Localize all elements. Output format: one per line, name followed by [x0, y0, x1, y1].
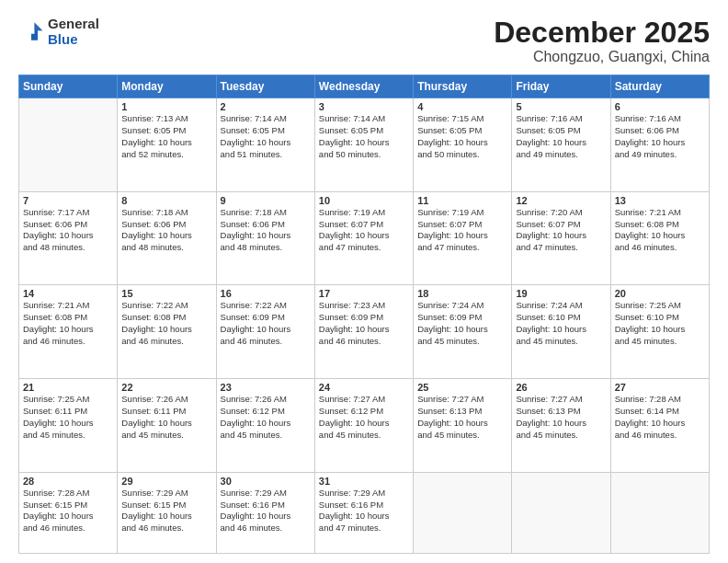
- day-number: 9: [221, 195, 311, 206]
- calendar-week-row: 28Sunrise: 7:28 AM Sunset: 6:15 PM Dayli…: [19, 472, 710, 553]
- calendar-cell: 12Sunrise: 7:20 AM Sunset: 6:07 PM Dayli…: [512, 191, 610, 285]
- calendar-cell: 2Sunrise: 7:14 AM Sunset: 6:05 PM Daylig…: [216, 98, 314, 192]
- cell-info: Sunrise: 7:27 AM Sunset: 6:13 PM Dayligh…: [417, 394, 507, 441]
- calendar-cell: 6Sunrise: 7:16 AM Sunset: 6:06 PM Daylig…: [610, 98, 709, 192]
- cell-info: Sunrise: 7:21 AM Sunset: 6:08 PM Dayligh…: [23, 300, 113, 347]
- day-number: 16: [221, 288, 311, 299]
- cell-info: Sunrise: 7:14 AM Sunset: 6:05 PM Dayligh…: [319, 113, 409, 160]
- calendar-cell: 7Sunrise: 7:17 AM Sunset: 6:06 PM Daylig…: [19, 191, 118, 285]
- header: General Blue December 2025 Chongzuo, Gua…: [18, 17, 710, 65]
- calendar-cell: 11Sunrise: 7:19 AM Sunset: 6:07 PM Dayli…: [414, 191, 512, 285]
- calendar-cell: 31Sunrise: 7:29 AM Sunset: 6:16 PM Dayli…: [314, 472, 413, 553]
- cell-info: Sunrise: 7:19 AM Sunset: 6:07 PM Dayligh…: [319, 207, 409, 254]
- day-number: 10: [319, 195, 409, 206]
- calendar-cell: 24Sunrise: 7:27 AM Sunset: 6:12 PM Dayli…: [314, 379, 413, 473]
- calendar-cell: 18Sunrise: 7:24 AM Sunset: 6:09 PM Dayli…: [414, 285, 512, 379]
- cell-info: Sunrise: 7:17 AM Sunset: 6:06 PM Dayligh…: [23, 207, 113, 254]
- weekday-header: Wednesday: [314, 75, 413, 98]
- location: Chongzuo, Guangxi, China: [494, 49, 710, 65]
- day-number: 6: [615, 101, 705, 112]
- cell-info: Sunrise: 7:20 AM Sunset: 6:07 PM Dayligh…: [516, 207, 606, 254]
- day-number: 24: [319, 382, 409, 393]
- calendar-cell: 29Sunrise: 7:29 AM Sunset: 6:15 PM Dayli…: [118, 472, 216, 553]
- calendar-cell: 5Sunrise: 7:16 AM Sunset: 6:05 PM Daylig…: [512, 98, 610, 192]
- cell-info: Sunrise: 7:25 AM Sunset: 6:10 PM Dayligh…: [615, 300, 705, 347]
- calendar-week-row: 1Sunrise: 7:13 AM Sunset: 6:05 PM Daylig…: [19, 98, 710, 192]
- day-number: 25: [417, 382, 507, 393]
- calendar-cell: 9Sunrise: 7:18 AM Sunset: 6:06 PM Daylig…: [216, 191, 314, 285]
- weekday-header: Saturday: [610, 75, 709, 98]
- cell-info: Sunrise: 7:26 AM Sunset: 6:11 PM Dayligh…: [121, 394, 211, 441]
- calendar-cell: [610, 472, 709, 553]
- calendar-cell: 21Sunrise: 7:25 AM Sunset: 6:11 PM Dayli…: [19, 379, 118, 473]
- day-number: 19: [516, 288, 606, 299]
- weekday-header: Friday: [512, 75, 610, 98]
- calendar-cell: 16Sunrise: 7:22 AM Sunset: 6:09 PM Dayli…: [216, 285, 314, 379]
- cell-info: Sunrise: 7:27 AM Sunset: 6:12 PM Dayligh…: [319, 394, 409, 441]
- weekday-header: Sunday: [19, 75, 118, 98]
- title-block: December 2025 Chongzuo, Guangxi, China: [494, 17, 710, 65]
- calendar-cell: 3Sunrise: 7:14 AM Sunset: 6:05 PM Daylig…: [314, 98, 413, 192]
- day-number: 11: [417, 195, 507, 206]
- day-number: 23: [221, 382, 311, 393]
- cell-info: Sunrise: 7:22 AM Sunset: 6:09 PM Dayligh…: [221, 300, 311, 347]
- weekday-header: Tuesday: [216, 75, 314, 98]
- day-number: 3: [319, 101, 409, 112]
- day-number: 8: [121, 195, 211, 206]
- calendar-table: SundayMondayTuesdayWednesdayThursdayFrid…: [18, 75, 710, 554]
- cell-info: Sunrise: 7:29 AM Sunset: 6:16 PM Dayligh…: [221, 488, 311, 534]
- calendar-week-row: 7Sunrise: 7:17 AM Sunset: 6:06 PM Daylig…: [19, 191, 710, 285]
- day-number: 14: [23, 288, 113, 299]
- cell-info: Sunrise: 7:16 AM Sunset: 6:06 PM Dayligh…: [615, 113, 705, 160]
- day-number: 27: [615, 382, 705, 393]
- cell-info: Sunrise: 7:18 AM Sunset: 6:06 PM Dayligh…: [221, 207, 311, 254]
- cell-info: Sunrise: 7:28 AM Sunset: 6:14 PM Dayligh…: [615, 394, 705, 441]
- cell-info: Sunrise: 7:16 AM Sunset: 6:05 PM Dayligh…: [516, 113, 606, 160]
- calendar-cell: [414, 472, 512, 553]
- calendar-cell: 22Sunrise: 7:26 AM Sunset: 6:11 PM Dayli…: [118, 379, 216, 473]
- day-number: 17: [319, 288, 409, 299]
- logo-text: General Blue: [48, 17, 99, 47]
- day-number: 18: [417, 288, 507, 299]
- month-title: December 2025: [494, 17, 710, 49]
- calendar-cell: 17Sunrise: 7:23 AM Sunset: 6:09 PM Dayli…: [314, 285, 413, 379]
- day-number: 20: [615, 288, 705, 299]
- calendar-week-row: 14Sunrise: 7:21 AM Sunset: 6:08 PM Dayli…: [19, 285, 710, 379]
- cell-info: Sunrise: 7:22 AM Sunset: 6:08 PM Dayligh…: [121, 300, 211, 347]
- day-number: 12: [516, 195, 606, 206]
- day-number: 30: [221, 476, 311, 487]
- day-number: 7: [23, 195, 113, 206]
- calendar-cell: 27Sunrise: 7:28 AM Sunset: 6:14 PM Dayli…: [610, 379, 709, 473]
- day-number: 15: [121, 288, 211, 299]
- day-number: 21: [23, 382, 113, 393]
- cell-info: Sunrise: 7:19 AM Sunset: 6:07 PM Dayligh…: [417, 207, 507, 254]
- day-number: 26: [516, 382, 606, 393]
- logo-blue: Blue: [48, 32, 99, 48]
- day-number: 22: [121, 382, 211, 393]
- cell-info: Sunrise: 7:24 AM Sunset: 6:10 PM Dayligh…: [516, 300, 606, 347]
- calendar-cell: 13Sunrise: 7:21 AM Sunset: 6:08 PM Dayli…: [610, 191, 709, 285]
- svg-marker-1: [35, 22, 43, 30]
- cell-info: Sunrise: 7:24 AM Sunset: 6:09 PM Dayligh…: [417, 300, 507, 347]
- day-number: 4: [417, 101, 507, 112]
- logo-general: General: [48, 17, 99, 32]
- cell-info: Sunrise: 7:21 AM Sunset: 6:08 PM Dayligh…: [615, 207, 705, 254]
- calendar-cell: 20Sunrise: 7:25 AM Sunset: 6:10 PM Dayli…: [610, 285, 709, 379]
- calendar-cell: 23Sunrise: 7:26 AM Sunset: 6:12 PM Dayli…: [216, 379, 314, 473]
- calendar-cell: 8Sunrise: 7:18 AM Sunset: 6:06 PM Daylig…: [118, 191, 216, 285]
- calendar-cell: 28Sunrise: 7:28 AM Sunset: 6:15 PM Dayli…: [19, 472, 118, 553]
- cell-info: Sunrise: 7:25 AM Sunset: 6:11 PM Dayligh…: [23, 394, 113, 441]
- calendar-cell: 14Sunrise: 7:21 AM Sunset: 6:08 PM Dayli…: [19, 285, 118, 379]
- calendar-cell: 15Sunrise: 7:22 AM Sunset: 6:08 PM Dayli…: [118, 285, 216, 379]
- cell-info: Sunrise: 7:26 AM Sunset: 6:12 PM Dayligh…: [221, 394, 311, 441]
- day-number: 5: [516, 101, 606, 112]
- day-number: 29: [121, 476, 211, 487]
- calendar-week-row: 21Sunrise: 7:25 AM Sunset: 6:11 PM Dayli…: [19, 379, 710, 473]
- cell-info: Sunrise: 7:29 AM Sunset: 6:15 PM Dayligh…: [121, 488, 211, 534]
- calendar-cell: 25Sunrise: 7:27 AM Sunset: 6:13 PM Dayli…: [414, 379, 512, 473]
- calendar-cell: 4Sunrise: 7:15 AM Sunset: 6:05 PM Daylig…: [414, 98, 512, 192]
- weekday-header: Thursday: [414, 75, 512, 98]
- cell-info: Sunrise: 7:23 AM Sunset: 6:09 PM Dayligh…: [319, 300, 409, 347]
- calendar-cell: 10Sunrise: 7:19 AM Sunset: 6:07 PM Dayli…: [314, 191, 413, 285]
- day-number: 28: [23, 476, 113, 487]
